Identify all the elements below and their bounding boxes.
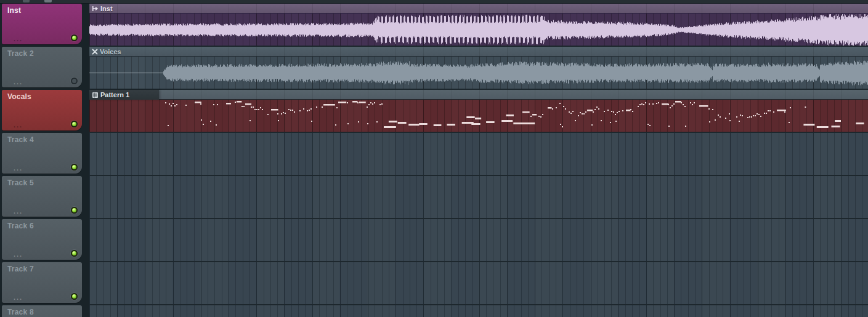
track-name: Track 5 [7, 179, 34, 187]
track-options-dots: ... [14, 207, 23, 215]
track-options-dots: ... [14, 164, 23, 172]
track-options-dots: ... [14, 78, 23, 86]
track-header-track-2[interactable]: Track 2... [2, 47, 82, 87]
playlist-area[interactable]: Inst Voices Pattern 1 [89, 4, 868, 317]
playlist-window: Inst...Track 2...Vocals...Track 4...Trac… [0, 0, 868, 317]
track-name: Track 8 [7, 308, 34, 316]
track-options-dots: ... [14, 294, 23, 301]
track-header-track-8[interactable]: Track 8... [2, 305, 82, 317]
track-mute-led[interactable] [71, 78, 78, 84]
track-header-panel: Inst...Track 2...Vocals...Track 4...Trac… [0, 4, 89, 317]
track-header-track-6[interactable]: Track 6... [2, 219, 82, 260]
track-options-dots: ... [14, 251, 23, 258]
clip-name: Voices [100, 48, 121, 55]
track-name: Track 7 [7, 265, 34, 273]
track-name: Track 2 [7, 49, 34, 58]
track-name: Track 4 [7, 135, 34, 144]
track-mute-led[interactable] [71, 293, 78, 300]
track-mute-led[interactable] [71, 164, 78, 171]
clip-name: Pattern 1 [100, 91, 129, 98]
track-mute-led[interactable] [71, 250, 78, 257]
track-mute-led[interactable] [71, 34, 78, 41]
track-options-dots: ... [14, 35, 23, 42]
clip-voices[interactable]: Voices [89, 47, 868, 57]
track-mute-led[interactable] [71, 207, 78, 214]
x-icon [92, 49, 98, 55]
mapsto-icon [92, 6, 99, 12]
track-header-track-4[interactable]: Track 4... [2, 133, 82, 174]
clip-name: Inst [100, 5, 113, 12]
track-name: Track 6 [7, 222, 34, 230]
track-header-inst[interactable]: Inst... [2, 4, 82, 44]
track-mute-led[interactable] [71, 121, 78, 127]
toolbar-nub-icon [23, 0, 30, 2]
pattern-icon [92, 92, 99, 98]
track-header-track-7[interactable]: Track 7... [2, 262, 82, 303]
clip-name-plate: Pattern 1 [89, 90, 159, 100]
toolbar-nub-icon [44, 0, 52, 2]
track-name: Inst [7, 6, 21, 15]
clip-inst[interactable]: Inst [89, 4, 868, 14]
track-options-dots: ... [14, 121, 23, 129]
track-header-vocals[interactable]: Vocals... [2, 90, 82, 130]
track-name: Vocals [7, 92, 31, 101]
track-header-track-5[interactable]: Track 5... [2, 176, 82, 217]
clip-pattern-1[interactable]: Pattern 1 [89, 90, 868, 100]
